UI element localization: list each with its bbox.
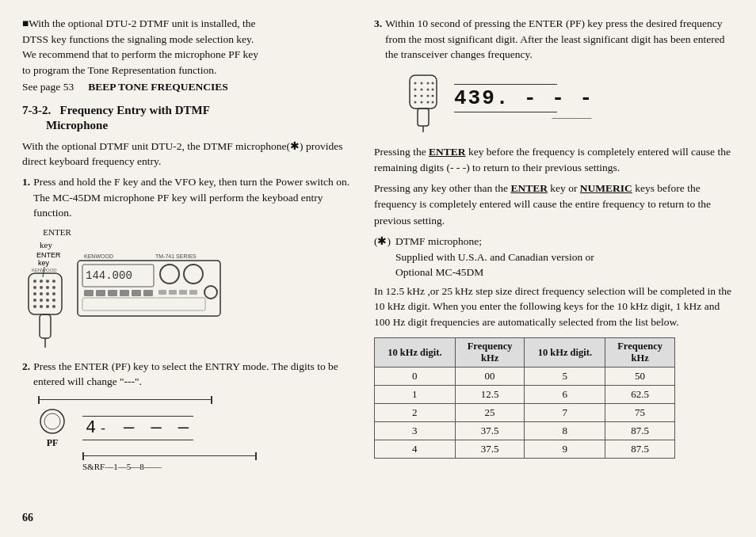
right-freq-display: 439. - - - ————— (454, 84, 594, 122)
svg-point-8 (33, 286, 36, 289)
svg-point-6 (46, 280, 49, 283)
table-cell: 3 (375, 422, 456, 440)
table-cell: 7 (525, 404, 605, 422)
left-column: ■With the optional DTU-2 DTMF unit is in… (22, 16, 355, 504)
table-cell: 1 (375, 386, 456, 404)
table-row: 000550 (375, 368, 675, 386)
dashes-display: 4- — — — (82, 416, 195, 440)
table-cell: 37.5 (455, 422, 525, 440)
svg-point-16 (33, 299, 36, 302)
svg-point-38 (204, 286, 217, 299)
top-text-line3: We recommend that to perform the microph… (22, 47, 355, 63)
svg-point-60 (432, 94, 434, 97)
svg-rect-41 (179, 290, 187, 295)
svg-rect-48 (410, 75, 437, 109)
svg-rect-30 (84, 290, 94, 296)
svg-rect-31 (96, 290, 105, 296)
page-number: 66 (22, 512, 734, 524)
microphone-diagram: ENTER key ENTER key (22, 227, 70, 352)
small-mic-svg (406, 74, 441, 133)
top-text-line1: ■With the optional DTU-2 DTMF unit is in… (22, 16, 355, 32)
bottom-line-label: S&RF—1—5—8—— (82, 462, 162, 471)
svg-point-51 (427, 82, 430, 84)
svg-point-23 (52, 305, 55, 308)
top-bracket (38, 396, 212, 404)
svg-rect-35 (143, 290, 153, 296)
item3-text: Within 10 second of pressing the ENTER (… (385, 16, 734, 63)
svg-point-64 (432, 101, 434, 103)
key-label: key (40, 240, 52, 249)
svg-point-7 (52, 280, 55, 283)
svg-point-15 (52, 292, 55, 295)
svg-point-59 (427, 94, 430, 97)
freq-diagram-right: 439. - - - ————— (374, 69, 734, 138)
svg-point-4 (33, 280, 36, 283)
svg-rect-39 (158, 290, 166, 295)
svg-point-54 (421, 88, 423, 90)
microphone-svg: ENTER key (21, 249, 72, 352)
enter-note2: Pressing any key other than the ENTER ke… (374, 181, 734, 229)
table-header-1: 10 kHz digit. (375, 338, 456, 368)
svg-text:144.000: 144.000 (86, 269, 132, 282)
pf-button-area: PF (38, 407, 67, 449)
table-cell: 25 (455, 404, 525, 422)
pf-circle-svg (38, 407, 67, 436)
svg-rect-24 (40, 314, 51, 338)
svg-rect-43 (82, 298, 205, 310)
svg-rect-42 (189, 290, 197, 295)
svg-point-49 (414, 82, 417, 84)
table-cell: 75 (605, 404, 675, 422)
svg-point-18 (46, 299, 49, 302)
svg-point-50 (421, 82, 423, 84)
radio-svg: 144.000 (76, 249, 223, 328)
svg-text:key: key (38, 259, 50, 267)
svg-point-9 (40, 286, 43, 289)
table-cell: 62.5 (605, 386, 675, 404)
pf-display-row: PF 4- — — — (38, 407, 195, 449)
see-page: See page 53 (22, 79, 74, 95)
radio-diagram: 144.000 (76, 249, 219, 331)
pf-diagram-area: PF 4- — — — S&RF—1—5—8—— (38, 396, 355, 471)
svg-point-22 (46, 305, 49, 308)
table-cell: 9 (525, 440, 605, 459)
bottom-bracket (82, 452, 257, 460)
item3: 3. Within 10 second of pressing the ENTE… (374, 16, 734, 63)
table-header-3: 10 kHz digit. (525, 338, 605, 368)
svg-point-20 (33, 305, 36, 308)
pf-label: PF (47, 437, 59, 449)
svg-point-63 (427, 101, 430, 103)
svg-text:ENTER: ENTER (36, 251, 61, 259)
enter-note1: Pressing the ENTER key before the freque… (374, 144, 734, 177)
svg-point-17 (40, 299, 43, 302)
svg-point-55 (427, 88, 430, 90)
table-cell: 5 (525, 368, 605, 386)
svg-point-37 (184, 265, 203, 284)
svg-point-62 (421, 101, 423, 103)
svg-text:KENWOOD: KENWOOD (84, 253, 113, 259)
item2: 2. Press the ENTER (PF) key to select th… (22, 359, 355, 390)
table-cell: 00 (455, 368, 525, 386)
svg-point-47 (44, 413, 60, 429)
table-cell: 2 (375, 404, 456, 422)
item2-text: Press the ENTER (PF) key to select the E… (33, 359, 355, 390)
svg-point-57 (414, 94, 417, 97)
table-header-4: FrequencykHz (605, 338, 675, 368)
svg-point-14 (46, 292, 49, 295)
table-cell: 6 (525, 386, 605, 404)
table-cell: 87.5 (605, 422, 675, 440)
svg-rect-34 (132, 290, 141, 296)
item1-text: Press and hold the F key and the VFO key… (33, 174, 355, 221)
svg-point-53 (414, 88, 417, 90)
svg-text:KENWOOD: KENWOOD (32, 268, 57, 272)
svg-point-13 (40, 292, 43, 295)
svg-point-36 (160, 265, 179, 284)
right-column: 3. Within 10 second of pressing the ENTE… (374, 16, 734, 504)
svg-rect-33 (120, 290, 129, 296)
item2-num: 2. (22, 359, 30, 375)
asterisk-note: (✱) DTMF microphone; Supplied with U.S.A… (374, 234, 734, 280)
top-block: ■With the optional DTU-2 DTMF unit is in… (22, 16, 355, 95)
khz-note: In 12.5 kHz ,or 25 kHz step size direct … (374, 284, 734, 330)
table-cell: 37.5 (455, 440, 525, 459)
top-text-line4: to program the Tone Representation funct… (22, 63, 355, 78)
svg-point-19 (52, 299, 55, 302)
